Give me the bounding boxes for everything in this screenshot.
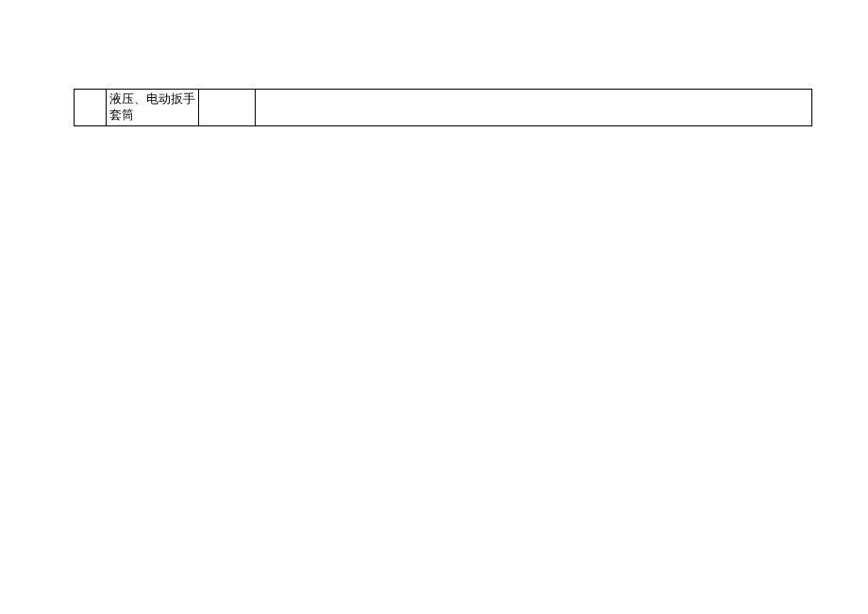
table-container: 液压、电动扳手套筒 [74, 89, 812, 126]
table-row: 液压、电动扳手套筒 [75, 90, 812, 126]
cell-col4 [256, 90, 812, 126]
cell-col3 [199, 90, 256, 126]
data-table: 液压、电动扳手套筒 [74, 89, 812, 126]
cell-col2: 液压、电动扳手套筒 [107, 90, 199, 126]
cell-col1 [75, 90, 107, 126]
